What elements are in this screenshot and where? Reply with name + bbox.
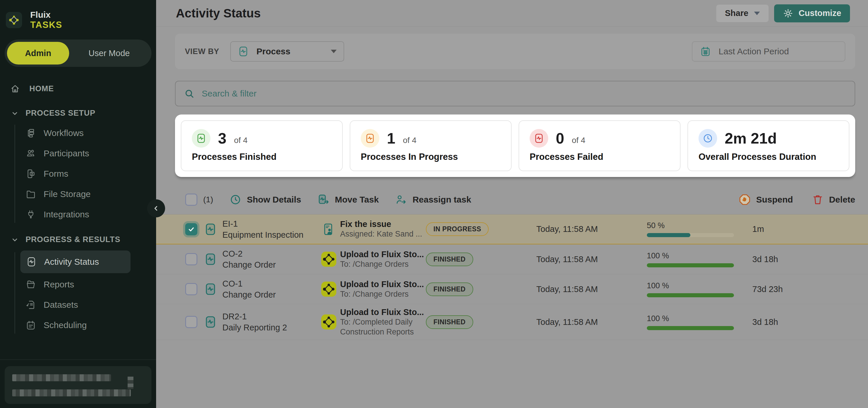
sidebar-item-participants[interactable]: Participants: [14, 143, 156, 164]
suspend-label: Suspend: [756, 195, 793, 205]
table-row[interactable]: EI-1 Equipment Inspection Fix the issue …: [156, 215, 868, 244]
progress-bar: [647, 263, 734, 268]
process-id-cell: DR2-1 Daily Reporting 2: [222, 311, 321, 333]
progress-cell: 100 %: [647, 251, 752, 268]
task-title: Upload to Fluix Sto...: [340, 308, 426, 317]
clock-icon: [229, 193, 242, 206]
customize-button[interactable]: Customize: [774, 4, 850, 22]
activity-icon: [361, 129, 379, 148]
customize-label: Customize: [799, 8, 841, 18]
sidebar-item-forms[interactable]: Forms: [14, 164, 156, 184]
show-details-button[interactable]: Show Details: [229, 193, 301, 206]
select-all-checkbox[interactable]: [185, 193, 197, 206]
brand: Fluix TASKS: [0, 0, 156, 30]
view-by-dropdown[interactable]: Process: [230, 41, 344, 62]
delete-button[interactable]: Delete: [812, 193, 855, 206]
activity-icon: [530, 129, 548, 148]
section-process-setup[interactable]: PROCESS SETUP: [0, 98, 156, 123]
suspend-hand-icon: [739, 193, 751, 206]
move-task-label: Move Task: [335, 195, 379, 205]
reassign-icon: [395, 193, 407, 206]
row-checkbox[interactable]: [185, 283, 197, 295]
stat-card-finished: 3 of 4 Processes Finished: [181, 120, 343, 171]
chevron-down-icon: [11, 109, 19, 117]
sidebar-item-file-storage[interactable]: File Storage: [14, 184, 156, 204]
sidebar-item-scheduling[interactable]: Scheduling: [14, 315, 156, 335]
user-email-redacted: [12, 389, 131, 396]
mode-admin-button[interactable]: Admin: [7, 42, 69, 64]
table-row[interactable]: DR2-1 Daily Reporting 2 Upload to Fluix …: [156, 304, 868, 340]
process-id: EI-1: [222, 218, 321, 229]
reports-icon: [26, 279, 36, 290]
search-bar[interactable]: [175, 81, 855, 106]
move-task-button[interactable]: Move Task: [317, 193, 379, 206]
date-cell: Today, 11:58 AM: [536, 284, 647, 294]
mode-user-button[interactable]: User Mode: [69, 49, 149, 58]
progress-results-list: Activity Status Reports: [14, 251, 156, 335]
table-row[interactable]: CO-1 Change Order Upload to Fluix Sto...…: [156, 274, 868, 304]
document-user-icon: [321, 222, 340, 236]
sidebar-item-activity-status[interactable]: Activity Status: [20, 251, 130, 273]
user-account-card[interactable]: [5, 366, 151, 404]
sidebar-item-workflows[interactable]: Workflows: [14, 123, 156, 143]
suspend-button[interactable]: Suspend: [739, 193, 793, 206]
stat-of: of 4: [403, 136, 416, 145]
mode-toggle: Admin User Mode: [5, 39, 151, 67]
progress-bar: [647, 326, 734, 330]
caret-down-icon: [331, 50, 337, 53]
sidebar-item-integrations[interactable]: Integrations: [14, 204, 156, 225]
duration-cell: 73d 23h: [752, 284, 868, 294]
section-label: PROGRESS & RESULTS: [26, 235, 120, 244]
progress-cell: 50 %: [647, 221, 752, 237]
status-badge: FINISHED: [426, 282, 473, 296]
caret-down-icon: [754, 12, 760, 15]
sidebar-home-label: HOME: [29, 84, 54, 93]
row-checkbox-checked[interactable]: [185, 223, 197, 236]
task-cell: Upload to Fluix Sto... To: /Change Order…: [340, 280, 426, 299]
reassign-task-button[interactable]: Reassign task: [395, 193, 471, 206]
calendar-icon: [700, 46, 711, 57]
last-action-period-input[interactable]: Last Action Period: [692, 41, 845, 62]
activity-icon: [238, 46, 249, 57]
search-input[interactable]: [202, 89, 846, 98]
filter-panel: VIEW BY Process Last Action Period: [175, 34, 855, 69]
process-name: Daily Reporting 2: [222, 322, 321, 333]
duration-cell: 3d 18h: [752, 255, 868, 264]
trash-icon: [812, 193, 824, 206]
progress-percent: 100 %: [647, 281, 752, 290]
task-cell: Upload to Fluix Sto... To: /Completed Da…: [340, 308, 426, 337]
home-icon: [10, 84, 20, 94]
stat-card-failed: 0 of 4 Processes Failed: [519, 120, 681, 171]
activity-icon: [204, 315, 222, 329]
sidebar-collapse-button[interactable]: [147, 199, 165, 217]
duration-cell: 3d 18h: [752, 317, 868, 327]
progress-cell: 100 %: [647, 281, 752, 297]
table-row[interactable]: CO-2 Change Order Upload to Fluix Sto...…: [156, 244, 868, 274]
folder-icon: [26, 189, 36, 199]
progress-bar: [647, 293, 734, 297]
sidebar-item-home[interactable]: HOME: [0, 79, 156, 98]
row-checkbox[interactable]: [185, 316, 197, 328]
view-by-value: Process: [256, 46, 323, 56]
share-button[interactable]: Share: [716, 4, 769, 22]
sidebar: Fluix TASKS Admin User Mode HOME: [0, 0, 156, 408]
sidebar-footer: [0, 359, 156, 408]
main-content: Activity Status Share Customize VIEW BY: [156, 0, 868, 408]
activity-icon: [192, 129, 211, 148]
clock-icon: [699, 129, 717, 148]
process-id-cell: EI-1 Equipment Inspection: [222, 218, 321, 240]
progress-cell: 100 %: [647, 314, 752, 330]
task-title: Upload to Fluix Sto...: [340, 250, 426, 259]
stat-label: Processes In Progress: [361, 152, 511, 162]
activity-icon: [204, 252, 222, 266]
workflow-icon: [26, 128, 36, 138]
sidebar-item-datasets[interactable]: Datasets: [14, 295, 156, 315]
app-root: Fluix TASKS Admin User Mode HOME: [0, 0, 868, 408]
brand-product: TASKS: [30, 20, 62, 30]
row-checkbox[interactable]: [185, 253, 197, 265]
sidebar-item-reports[interactable]: Reports: [14, 274, 156, 295]
stat-value: 3: [218, 130, 226, 147]
section-progress-results[interactable]: PROGRESS & RESULTS: [0, 225, 156, 249]
process-id: CO-1: [222, 278, 321, 289]
task-subtitle: To: /Completed Daily Construction Report…: [340, 317, 423, 337]
